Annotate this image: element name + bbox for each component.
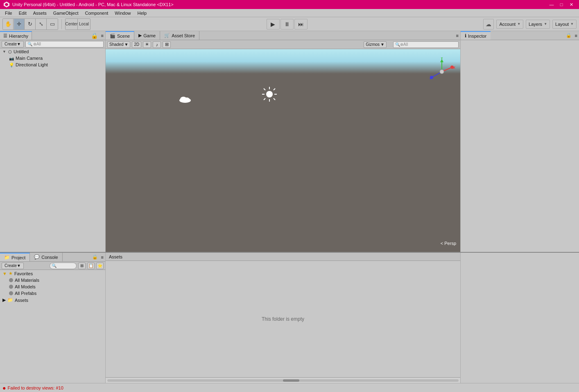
- move-tool[interactable]: ✛: [14, 19, 25, 29]
- bottom-panel-wrapper: 📁 Project 💬 Console 🔒 ≡ Create ▼ 🔍 ⊞ 📋 ⭐: [0, 252, 579, 383]
- project-icon-btn-3[interactable]: ⭐: [96, 263, 104, 269]
- center-panel: 🎬 Scene ▶ Game 🛒 Asset Store ≡ Shaded ▼ …: [106, 31, 460, 252]
- hierarchy-item-main-camera[interactable]: 📷 Main Camera: [0, 55, 105, 61]
- svg-point-34: [440, 70, 444, 74]
- asset-store-tab-label: Asset Store: [172, 33, 195, 38]
- expand-icon: ▼: [2, 50, 7, 54]
- project-search[interactable]: 🔍: [50, 263, 77, 269]
- menu-component[interactable]: Component: [81, 9, 111, 17]
- tree-assets[interactable]: ▶ 📁 Assets: [0, 297, 105, 304]
- circle-icon: [9, 285, 13, 289]
- shading-mode-dropdown[interactable]: Shaded ▼: [107, 41, 130, 48]
- tree-all-materials[interactable]: All Materials: [0, 277, 105, 283]
- scene-light-btn[interactable]: ☀: [143, 41, 151, 48]
- all-prefabs-label: All Prefabs: [15, 291, 36, 296]
- project-tab[interactable]: 📁 Project: [0, 253, 30, 261]
- shading-label: Shaded: [109, 42, 123, 47]
- svg-line-22: [274, 98, 275, 100]
- scrollbar-track[interactable]: [107, 379, 459, 382]
- hierarchy-lock-icon[interactable]: 🔒: [89, 31, 100, 40]
- inspector-bottom: [460, 253, 579, 383]
- asset-area: Assets This folder is empty: [106, 253, 460, 383]
- close-button[interactable]: ✕: [567, 1, 576, 8]
- tree-all-prefabs[interactable]: All Prefabs: [0, 290, 105, 297]
- project-icon-btn-1[interactable]: ⊞: [78, 263, 86, 269]
- svg-text:Y: Y: [441, 57, 443, 60]
- status-error: ● Failed to destroy views: #10: [2, 385, 63, 391]
- inspector-lock-icon[interactable]: 🔒: [564, 31, 573, 40]
- hierarchy-menu-icon[interactable]: ≡: [100, 31, 105, 40]
- scene-fx-btn[interactable]: ⊞: [163, 41, 171, 48]
- maximize-button[interactable]: □: [557, 1, 566, 8]
- main-area: ☰ Hierarchy 🔒 ≡ Create ▼ 🔍 ⊕All ▼ ⬡ Unti…: [0, 31, 579, 252]
- hierarchy-create-btn[interactable]: Create ▼: [2, 41, 24, 48]
- 2d-button[interactable]: 2D: [132, 41, 141, 48]
- layers-dropdown[interactable]: Layers ▼: [526, 20, 550, 29]
- hierarchy-item-directional-light[interactable]: 💡 Directional Light: [0, 61, 105, 68]
- expand-icon: ▶: [2, 297, 6, 303]
- play-button[interactable]: ▶: [267, 19, 280, 29]
- menu-assets[interactable]: Assets: [30, 9, 50, 17]
- title-bar: Unity Personal (64bit) - Untitled - Andr…: [0, 0, 579, 9]
- svg-text:X: X: [453, 66, 455, 70]
- center-toggle[interactable]: Center: [66, 19, 78, 29]
- rect-tool[interactable]: ▭: [47, 19, 58, 29]
- minimize-button[interactable]: —: [547, 1, 556, 8]
- error-icon: ●: [2, 385, 6, 391]
- svg-point-27: [184, 97, 190, 102]
- layout-dropdown[interactable]: Layout ▼: [552, 20, 577, 29]
- menu-window[interactable]: Window: [111, 9, 134, 17]
- project-create-btn[interactable]: Create ▼: [2, 263, 24, 269]
- project-lock-icon[interactable]: 🔒: [90, 253, 100, 261]
- transform-group: Center Local: [65, 18, 90, 30]
- shading-arrow: ▼: [124, 42, 128, 47]
- asset-scrollbar[interactable]: [106, 377, 460, 383]
- console-tab[interactable]: 💬 Console: [30, 253, 62, 261]
- scene-tab[interactable]: 🎬 Scene: [106, 31, 134, 40]
- menu-edit[interactable]: Edit: [16, 9, 30, 17]
- local-toggle[interactable]: Local: [78, 19, 90, 29]
- hierarchy-item-untitled[interactable]: ▼ ⬡ Untitled: [0, 48, 105, 55]
- pause-button[interactable]: ⏸: [280, 19, 294, 29]
- rotate-tool[interactable]: ↻: [25, 19, 36, 29]
- project-icon-btn-2[interactable]: 📋: [87, 263, 95, 269]
- scene-audio-btn[interactable]: ♪: [153, 41, 161, 48]
- project-menu-icon[interactable]: ≡: [100, 253, 105, 261]
- scale-tool[interactable]: ⤡: [36, 19, 47, 29]
- svg-line-24: [264, 98, 265, 100]
- gizmos-dropdown[interactable]: Gizmos ▼: [364, 41, 387, 48]
- hierarchy-search[interactable]: 🔍 ⊕All: [25, 41, 104, 48]
- game-tab-label: Game: [143, 33, 156, 38]
- scene-tab-bar: 🎬 Scene ▶ Game 🛒 Asset Store ≡: [106, 31, 460, 40]
- hierarchy-content: ▼ ⬡ Untitled 📷 Main Camera 💡 Directional…: [0, 48, 105, 252]
- cloud-button[interactable]: ☁: [483, 19, 494, 29]
- asset-store-tab[interactable]: 🛒 Asset Store: [160, 31, 199, 40]
- hierarchy-tab-icon: ☰: [3, 33, 7, 39]
- empty-message: This folder is empty: [262, 316, 304, 322]
- tree-all-models[interactable]: All Models: [0, 283, 105, 290]
- scene-viewport[interactable]: X Y Z < Persp: [106, 49, 460, 252]
- item-label: Directional Light: [16, 62, 48, 67]
- step-button[interactable]: ⏭: [294, 19, 308, 29]
- cloud-icon: [179, 94, 192, 106]
- inspector-tab[interactable]: ℹ Inspector: [461, 31, 491, 40]
- gizmo-widget: X Y Z: [427, 57, 456, 86]
- hierarchy-tab[interactable]: ☰ Hierarchy: [0, 31, 32, 40]
- right-toolbar: ☁ Account ▼ Layers ▼ Layout ▼: [483, 19, 577, 29]
- svg-point-16: [266, 91, 273, 97]
- menu-help[interactable]: Help: [134, 9, 150, 17]
- window-title: Unity Personal (64bit) - Untitled - Andr…: [12, 2, 547, 7]
- account-dropdown[interactable]: Account ▼: [496, 20, 523, 29]
- scene-panel-menu[interactable]: ≡: [455, 31, 460, 40]
- menu-gameobject[interactable]: GameObject: [50, 9, 82, 17]
- game-tab[interactable]: ▶ Game: [134, 31, 160, 40]
- scrollbar-thumb[interactable]: [283, 379, 299, 382]
- svg-line-21: [264, 88, 265, 90]
- scene-search[interactable]: 🔍 ⊕All: [393, 41, 459, 48]
- inspector-menu-icon[interactable]: ≡: [573, 31, 579, 40]
- menu-file[interactable]: File: [2, 9, 16, 17]
- tree-favorites[interactable]: ▼ ★ Favorites: [0, 270, 105, 277]
- hand-tool[interactable]: ✋: [3, 19, 14, 29]
- star-icon: ▼: [2, 271, 7, 276]
- asset-header: Assets: [106, 253, 460, 261]
